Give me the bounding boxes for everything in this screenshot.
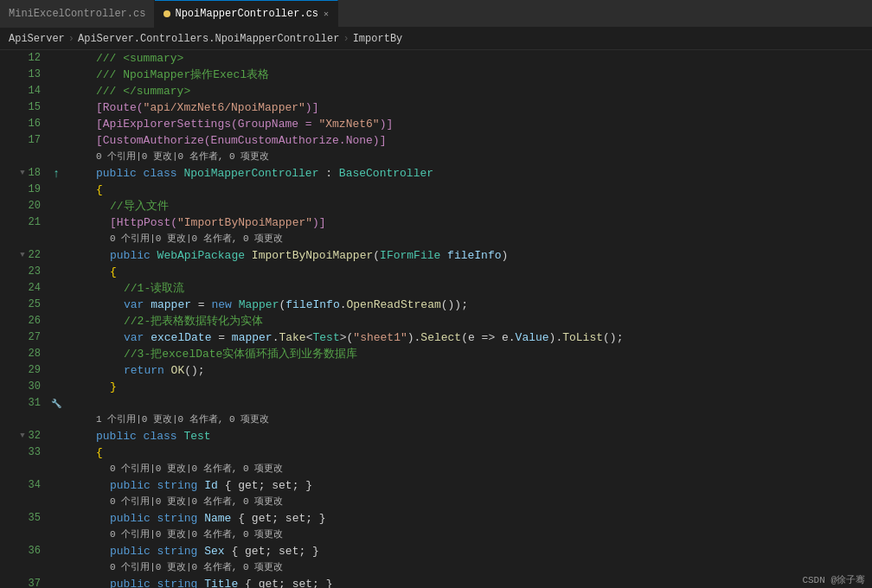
code-line: 0 个引用|0 更改|0 名作者, 0 项更改: [68, 559, 872, 576]
token-bracket: {: [96, 182, 103, 198]
token-meta: 0 个引用|0 更改|0 名作者, 0 项更改: [110, 461, 283, 477]
gutter-line: 16: [0, 116, 41, 132]
fold-arrow[interactable]: [16, 428, 25, 444]
indicator-line: [48, 346, 65, 362]
gutter-line: [0, 149, 41, 165]
fold-arrow[interactable]: [16, 165, 25, 182]
indicator-line: [48, 576, 65, 588]
gutter-line: 20: [0, 198, 41, 214]
token-text: { get; set; }: [225, 543, 319, 559]
code-line: {: [68, 444, 872, 461]
token-comment: //导入文件: [110, 198, 169, 214]
gutter-line: 30: [0, 379, 41, 395]
line-numbers-gutter: 1213141516171819202122232425262728293031…: [0, 50, 48, 588]
token-keyword: public: [110, 576, 157, 588]
gutter-line: 21: [0, 214, 41, 231]
code-line: //导入文件: [68, 198, 872, 214]
line-number: 20: [29, 198, 41, 214]
gutter-line: 28: [0, 346, 41, 362]
token-attribute: [ApiExplorerSettings(GroupName =: [96, 116, 318, 132]
token-method: OpenReadStream: [347, 297, 441, 313]
token-class: IFormFile: [380, 247, 447, 264]
token-text: ();: [603, 329, 623, 346]
token-comment: //3-把excelDate实体循环插入到业务数据库: [124, 346, 357, 362]
token-attribute: )]: [380, 116, 394, 132]
line-number: 34: [29, 477, 41, 494]
indicator-line: [48, 264, 65, 280]
gutter-line: 34: [0, 477, 41, 494]
gutter-line: 29: [0, 362, 41, 379]
token-class: BaseController: [339, 165, 433, 182]
gutter-line: 17: [0, 132, 41, 149]
code-line: public string Title { get; set; }: [68, 576, 872, 588]
token-text: :: [318, 165, 338, 182]
gutter-line: 24: [0, 280, 41, 297]
line-number: 31: [29, 395, 41, 412]
gutter-line: 36: [0, 543, 41, 559]
code-line: [HttpPost("ImportByNpoiMapper")]: [68, 214, 872, 231]
code-line: 0 个引用|0 更改|0 名作者, 0 项更改: [68, 231, 872, 247]
line-number: 29: [29, 362, 41, 379]
tab-modified-dot: [164, 10, 170, 17]
token-bracket: {: [96, 444, 103, 461]
line-number: 28: [29, 346, 41, 362]
gutter-line: [0, 559, 41, 576]
tab-npoicontroller[interactable]: NpoiMapperController.cs ✕: [155, 0, 338, 28]
gutter-line: 25: [0, 297, 41, 313]
token-keyword: public: [110, 543, 157, 559]
indicator-line: [48, 510, 65, 527]
tab-miniexcel[interactable]: MiniExcelController.cs: [0, 0, 155, 28]
indicator-line: [48, 379, 65, 395]
code-line: //3-把excelDate实体循环插入到业务数据库: [68, 346, 872, 362]
code-line: /// <summary>: [68, 50, 872, 67]
token-prop: fileInfo: [285, 297, 339, 313]
token-keyword: public: [110, 477, 157, 494]
bottom-bar-text: CSDN @徐子骞: [802, 575, 865, 585]
code-area[interactable]: /// <summary>/// NpoiMapper操作Execl表格/// …: [65, 50, 872, 588]
indicator-line: [48, 99, 65, 116]
line-number: 19: [29, 182, 41, 198]
token-keyword: public: [110, 510, 157, 527]
token-comment: /// </summary>: [96, 83, 190, 99]
fold-arrow[interactable]: [16, 247, 25, 264]
token-string: "ImportByNpoiMapper": [177, 214, 312, 231]
token-attribute: )]: [312, 214, 326, 231]
line-number: 24: [29, 280, 41, 297]
token-keyword: public: [96, 165, 144, 182]
indicator-line: [48, 412, 65, 428]
token-comment: //1-读取流: [124, 280, 184, 297]
token-attribute: [Route(: [96, 99, 144, 116]
code-line: public class Test: [68, 428, 872, 444]
token-prop: mapper: [232, 329, 272, 346]
token-keyword: public: [110, 247, 157, 264]
indicator-line: [48, 198, 65, 214]
token-keyword: var: [124, 329, 151, 346]
code-line: public string Sex { get; set; }: [68, 543, 872, 559]
gutter-line: 33: [0, 444, 41, 461]
bottom-bar: CSDN @徐子骞: [795, 572, 872, 588]
gutter-line: 13: [0, 67, 41, 83]
gutter-line: 35: [0, 510, 41, 527]
token-text: .: [272, 329, 279, 346]
code-line: }: [68, 379, 872, 395]
token-class: Test: [313, 329, 340, 346]
gutter-line: [0, 412, 41, 428]
code-line: return OK();: [68, 362, 872, 379]
gutter-line: [0, 527, 41, 543]
tab-close-button[interactable]: ✕: [324, 9, 329, 19]
token-prop: Value: [516, 329, 549, 346]
token-meta: 0 个引用|0 更改|0 名作者, 0 项更改: [110, 527, 283, 543]
warning-icon: 🔧: [51, 399, 61, 409]
gutter-line: 37: [0, 576, 41, 588]
token-method: OK: [171, 362, 185, 379]
line-number: 23: [29, 264, 41, 280]
code-line: [Route("api/XmzNet6/NpoiMapper")]: [68, 99, 872, 116]
line-number: 32: [29, 428, 41, 444]
code-line: 1 个引用|0 更改|0 名作者, 0 项更改: [68, 412, 872, 428]
code-line: 0 个引用|0 更改|0 名作者, 0 项更改: [68, 494, 872, 510]
code-line: public string Name { get; set; }: [68, 510, 872, 527]
indicator-line: [48, 231, 65, 247]
line-number: 17: [29, 132, 41, 149]
line-number: 35: [29, 510, 41, 527]
code-line: 0 个引用|0 更改|0 名作者, 0 项更改: [68, 527, 872, 543]
